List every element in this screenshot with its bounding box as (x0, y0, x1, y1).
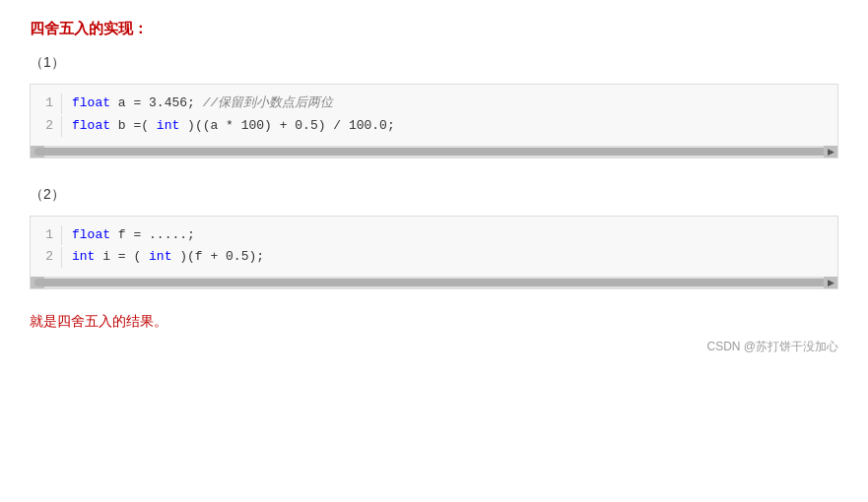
line-number: 1 (31, 94, 62, 114)
line-number: 2 (31, 116, 62, 137)
sub-label-2: （2） (30, 186, 838, 204)
line-number: 1 (31, 225, 62, 246)
keyword: int (157, 118, 179, 133)
code-text: )((a * 100) + 0.5) / 100.0; (187, 118, 395, 133)
code-line: 1 float a = 3.456; //保留到小数点后两位 (31, 93, 837, 115)
section-title: 四舍五入的实现： (30, 20, 838, 38)
scrollbar-thumb[interactable] (34, 148, 834, 156)
keyword: int (149, 249, 171, 264)
code-line: 1 float f = .....; (31, 224, 837, 247)
scrollbar[interactable]: ◀ ▶ (31, 277, 837, 288)
footer-text: 就是四舍五入的结果。 (30, 313, 838, 331)
code-block-2: 1 float f = .....; 2 int i = ( int )(f +… (30, 216, 838, 290)
code-content: float b =( int )((a * 100) + 0.5) / 100.… (72, 116, 411, 137)
code-line: 2 float b =( int )((a * 100) + 0.5) / 10… (31, 115, 837, 138)
code-text: f = .....; (118, 227, 195, 242)
keyword: int (72, 249, 95, 264)
keyword: float (72, 95, 110, 110)
code-block-1: 1 float a = 3.456; //保留到小数点后两位 2 float b… (30, 84, 838, 158)
code-content: int i = ( int )(f + 0.5); (72, 247, 280, 268)
code-content: float a = 3.456; //保留到小数点后两位 (72, 94, 349, 114)
code-text: )(f + 0.5); (179, 249, 264, 264)
keyword: float (72, 227, 110, 242)
code-text: b =( (118, 118, 149, 133)
scrollbar[interactable]: ◀ ▶ (31, 146, 837, 157)
scroll-right-arrow[interactable]: ▶ (824, 277, 837, 288)
code-content: float f = .....; (72, 225, 211, 246)
branding: CSDN @苏打饼干没加心 (30, 339, 838, 355)
code-text: a = 3.456; (118, 95, 203, 110)
keyword: float (72, 118, 110, 133)
page-container: 四舍五入的实现： （1） 1 float a = 3.456; //保留到小数点… (30, 20, 838, 355)
sub-label-1: （1） (30, 54, 838, 72)
scrollbar-thumb[interactable] (34, 279, 834, 286)
line-number: 2 (31, 247, 62, 268)
comment: //保留到小数点后两位 (203, 95, 334, 110)
code-line: 2 int i = ( int )(f + 0.5); (31, 246, 837, 269)
scroll-right-arrow[interactable]: ▶ (824, 146, 837, 157)
code-text: i = ( (102, 249, 141, 264)
